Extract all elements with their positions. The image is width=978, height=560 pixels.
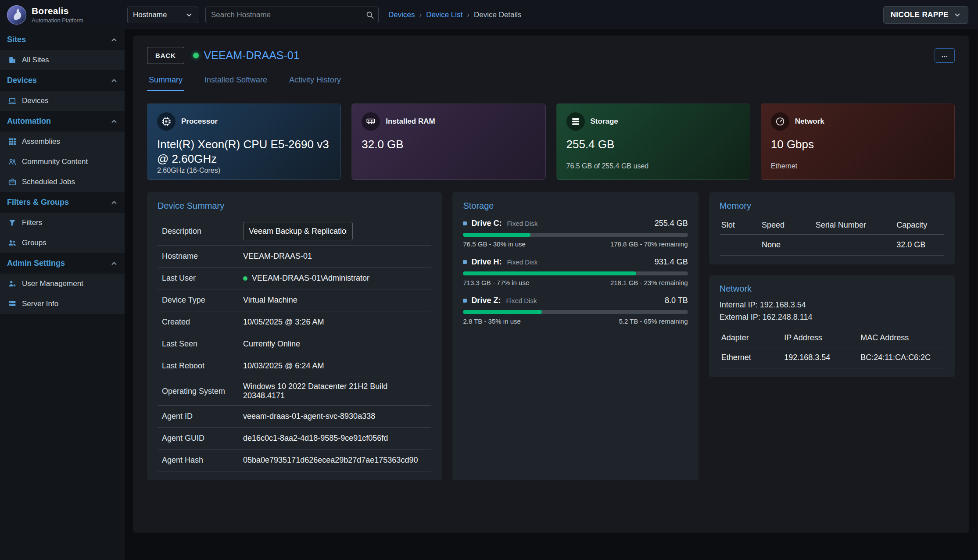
- sidebar-item-groups[interactable]: Groups: [0, 233, 125, 253]
- sidebar-item-community-content[interactable]: Community Content: [0, 152, 125, 172]
- column-header-adapter: Adapter: [720, 329, 782, 347]
- drive-foot: 713.3 GB - 77% in use 218.1 GB - 23% rem…: [463, 279, 688, 286]
- drive-head: Drive Z: Fixed Disk 8.0 TB: [463, 296, 688, 305]
- back-button[interactable]: BACK: [147, 47, 184, 64]
- stat-card-subtext: 2.60GHz (16-Cores): [157, 167, 331, 175]
- community-content-icon: [8, 158, 16, 166]
- brand-text: Borealis Automation Platform: [32, 6, 83, 24]
- summary-row-device-type: Device Type Virtual Machine: [158, 289, 431, 311]
- drive-remaining: 5.2 TB - 65% remaining: [619, 317, 688, 325]
- search-input[interactable]: [205, 7, 379, 23]
- sidebar-section-header-admin-settings[interactable]: Admin Settings: [0, 253, 125, 274]
- search-icon[interactable]: [365, 11, 374, 19]
- chevron-down-icon: [186, 11, 193, 18]
- kv-value-cell: de16c0c1-8aa2-4d18-9585-9ce91cf056fd: [243, 434, 427, 443]
- sidebar-section-header-automation[interactable]: Automation: [0, 111, 125, 132]
- sidebar-item-filters[interactable]: Filters: [0, 213, 125, 233]
- server-info-icon: [8, 300, 16, 308]
- drive-remaining: 178.8 GB - 70% remaining: [610, 240, 688, 248]
- stat-card-subtext: [362, 162, 535, 171]
- ellipsis-menu-button[interactable]: [935, 48, 955, 63]
- chevron-up-icon: [111, 36, 118, 43]
- drive-drive-z: Drive Z: Fixed Disk 8.0 TB 2.8 TB - 35% …: [463, 296, 688, 325]
- borealis-rabbit-logo[interactable]: [6, 4, 27, 25]
- drive-bullet-icon: [463, 221, 467, 225]
- sidebar-section-label: Filters & Groups: [7, 198, 69, 207]
- kv-label: Hostname: [162, 252, 243, 261]
- stat-card-head: Storage: [566, 112, 740, 131]
- drive-drive-h: Drive H: Fixed Disk 931.4 GB 713.3 GB - …: [463, 257, 688, 286]
- stat-card-processor: Processor Intel(R) Xeon(R) CPU E5-2690 v…: [147, 103, 341, 180]
- breadcrumb-item-device-list[interactable]: Device List: [426, 11, 462, 19]
- column-header-ip-address: IP Address: [782, 329, 859, 347]
- assemblies-icon: [8, 138, 16, 146]
- drive-type: Fixed Disk: [507, 220, 537, 227]
- hostname-filter-select[interactable]: Hostname: [127, 7, 198, 23]
- kv-value-cell: veeam-draas-01-agent-svc-8930a338: [243, 412, 427, 421]
- sidebar-section-header-devices[interactable]: Devices: [0, 70, 125, 91]
- summary-row-agent-guid: Agent GUID de16c0c1-8aa2-4d18-9585-9ce91…: [158, 428, 431, 449]
- brand-subtitle: Automation Platform: [32, 17, 83, 24]
- table-cell: BC:24:11:CA:C6:2C: [859, 347, 944, 368]
- sidebar-item-server-info[interactable]: Server Info: [0, 294, 125, 314]
- ellipsis-icon: [941, 52, 948, 59]
- kv-label: Last Reboot: [162, 361, 243, 371]
- column-header-slot: Slot: [720, 216, 760, 235]
- chevron-down-icon: [954, 11, 961, 18]
- drive-used: 76.5 GB - 30% in use: [463, 240, 526, 248]
- kv-value: veeam-draas-01-agent-svc-8930a338: [243, 412, 375, 421]
- column-header-capacity: Capacity: [895, 216, 944, 235]
- tab-summary[interactable]: Summary: [147, 70, 184, 91]
- kv-value-cell: 10/05/2025 @ 3:26 AM: [243, 317, 427, 327]
- stat-card-title: Network: [795, 117, 824, 126]
- drive-foot: 76.5 GB - 30% in use 178.8 GB - 70% rema…: [463, 240, 688, 248]
- sidebar-section-label: Devices: [7, 76, 37, 85]
- sidebar-item-devices[interactable]: Devices: [0, 91, 125, 111]
- drive-head: Drive H: Fixed Disk 931.4 GB: [463, 257, 688, 267]
- stat-card-subtext: Ethernet: [771, 162, 945, 171]
- kv-label: Operating System: [162, 387, 243, 396]
- sidebar-section-devices: Devices Devices: [0, 70, 125, 111]
- table-row: Ethernet192.168.3.54BC:24:11:CA:C6:2C: [720, 347, 944, 368]
- table-header-row: AdapterIP AddressMAC Address: [720, 329, 944, 347]
- sidebar-section-admin-settings: Admin Settings User Management Server In…: [0, 253, 125, 314]
- kv-label: Agent Hash: [162, 456, 243, 465]
- kv-value: VEEAM-DRAAS-01\Administrator: [252, 274, 369, 283]
- kv-value: de16c0c1-8aa2-4d18-9585-9ce91cf056fd: [243, 434, 388, 443]
- stat-cards: Processor Intel(R) Xeon(R) CPU E5-2690 v…: [147, 103, 955, 180]
- sidebar-section-filters-groups: Filters & Groups Filters Groups: [0, 192, 125, 253]
- all-sites-icon: [8, 56, 16, 64]
- drive-type: Fixed Disk: [507, 258, 537, 266]
- drive-usage-bar: [463, 310, 688, 314]
- tab-installed-software[interactable]: Installed Software: [203, 70, 269, 91]
- kv-value-cell: 10/03/2025 @ 6:24 AM: [243, 361, 427, 371]
- breadcrumb-item-devices[interactable]: Devices: [388, 11, 415, 19]
- sidebar-section-header-filters-groups[interactable]: Filters & Groups: [0, 192, 125, 213]
- storage-title: Storage: [463, 201, 688, 211]
- stat-card-storage: Storage 255.4 GB 76.5 GB of 255.4 GB use…: [556, 103, 750, 180]
- table-cell: [814, 235, 895, 256]
- drive-used: 713.3 GB - 77% in use: [463, 279, 529, 286]
- sidebar-item-label: User Management: [22, 279, 83, 288]
- description-input[interactable]: [243, 222, 353, 240]
- sidebar-section-automation: Automation Assemblies Community Content …: [0, 111, 125, 192]
- tab-activity-history[interactable]: Activity History: [287, 70, 343, 91]
- user-menu-button[interactable]: NICOLE RAPPE: [883, 6, 968, 24]
- sidebar-section-header-sites[interactable]: Sites: [0, 29, 125, 50]
- network-table: AdapterIP AddressMAC AddressEthernet192.…: [720, 329, 944, 368]
- sidebar-section-label: Automation: [7, 117, 51, 126]
- ip-line: External IP: 162.248.8.114: [720, 311, 944, 324]
- stat-card-head: Processor: [157, 112, 331, 131]
- sidebar: Sites All Sites Devices Devices Automati…: [0, 29, 125, 560]
- sidebar-section-sites: Sites All Sites: [0, 29, 125, 70]
- drive-usage-fill: [463, 271, 636, 275]
- drive-name: Drive Z:: [471, 296, 501, 305]
- sidebar-item-assemblies[interactable]: Assemblies: [0, 132, 125, 152]
- sidebar-section-label: Sites: [7, 35, 26, 44]
- column-header-speed: Speed: [760, 216, 814, 235]
- sidebar-item-scheduled-jobs[interactable]: Scheduled Jobs: [0, 172, 125, 192]
- network-title: Network: [720, 284, 944, 294]
- sidebar-item-all-sites[interactable]: All Sites: [0, 50, 125, 70]
- search-box: [205, 7, 379, 23]
- sidebar-item-user-management[interactable]: User Management: [0, 274, 125, 294]
